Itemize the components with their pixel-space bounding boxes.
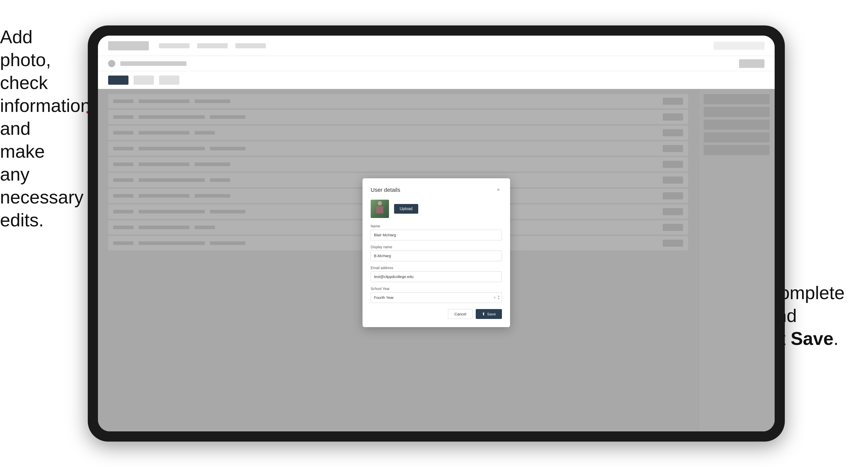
school-year-controls: × ▲ ▼ [494, 295, 500, 300]
modal-title: User details [371, 187, 400, 193]
email-label: Email address [371, 266, 502, 270]
person-body [376, 206, 383, 213]
nav-link-2 [197, 43, 228, 48]
annotation-left-line4: necessary edits. [0, 187, 84, 230]
nav-link-1 [159, 43, 189, 48]
modal-footer: Cancel ⬆ Save [371, 309, 502, 319]
annotation-left-line1: Add photo, check [0, 27, 51, 93]
modal-header: User details × [371, 186, 502, 193]
name-field-group: Name [371, 224, 502, 240]
app-chrome: User details × [98, 36, 775, 431]
name-input[interactable] [371, 230, 502, 240]
save-icon: ⬆ [482, 312, 485, 316]
tablet-screen: User details × [98, 36, 775, 431]
display-name-input[interactable] [371, 251, 502, 261]
content-area: User details × [98, 89, 775, 431]
photo-image [371, 200, 389, 218]
annotation-right-period: . [833, 329, 838, 349]
nav-link-3 [235, 43, 266, 48]
school-year-input[interactable] [371, 292, 502, 303]
modal-close-button[interactable]: × [495, 186, 502, 193]
photo-preview [371, 200, 389, 218]
display-name-label: Display name [371, 245, 502, 249]
sub-nav [98, 56, 775, 71]
annotation-left-line2: information and [0, 95, 91, 138]
annotation-right-bold: Save [790, 329, 833, 349]
toolbar-btn-active [108, 75, 128, 85]
school-year-down-arrow[interactable]: ▼ [497, 298, 500, 300]
school-year-arrows[interactable]: ▲ ▼ [497, 295, 500, 300]
annotation-left: Add photo, check information and make an… [0, 25, 71, 231]
display-name-field-group: Display name [371, 245, 502, 261]
user-details-modal: User details × [363, 178, 510, 327]
school-year-field-group: School Year × ▲ ▼ [371, 287, 502, 303]
upload-photo-button[interactable]: Upload [394, 204, 418, 214]
school-year-wrapper: × ▲ ▼ [371, 292, 502, 303]
nav-links [159, 43, 266, 48]
save-button[interactable]: ⬆ Save [476, 309, 502, 319]
name-label: Name [371, 224, 502, 228]
annotation-left-line3: make any [0, 141, 45, 184]
toolbar-btn-1 [133, 75, 154, 85]
save-button-label: Save [487, 312, 496, 316]
email-field-group: Email address [371, 266, 502, 282]
photo-section: Upload [371, 200, 502, 218]
person-head [378, 201, 382, 205]
cancel-button[interactable]: Cancel [448, 309, 473, 319]
email-input[interactable] [371, 271, 502, 282]
nav-search [714, 42, 765, 50]
sub-nav-text [120, 61, 186, 66]
sub-nav-button [739, 59, 765, 68]
school-year-clear-button[interactable]: × [494, 295, 496, 300]
person-silhouette [375, 201, 385, 216]
top-nav [98, 36, 775, 56]
nav-logo [108, 41, 149, 50]
tablet-device: User details × [88, 25, 785, 442]
sub-nav-icon [108, 60, 115, 67]
modal-overlay: User details × [98, 89, 775, 431]
toolbar [98, 71, 775, 89]
school-year-up-arrow[interactable]: ▲ [497, 295, 500, 297]
toolbar-btn-2 [159, 75, 179, 85]
school-year-label: School Year [371, 287, 502, 291]
